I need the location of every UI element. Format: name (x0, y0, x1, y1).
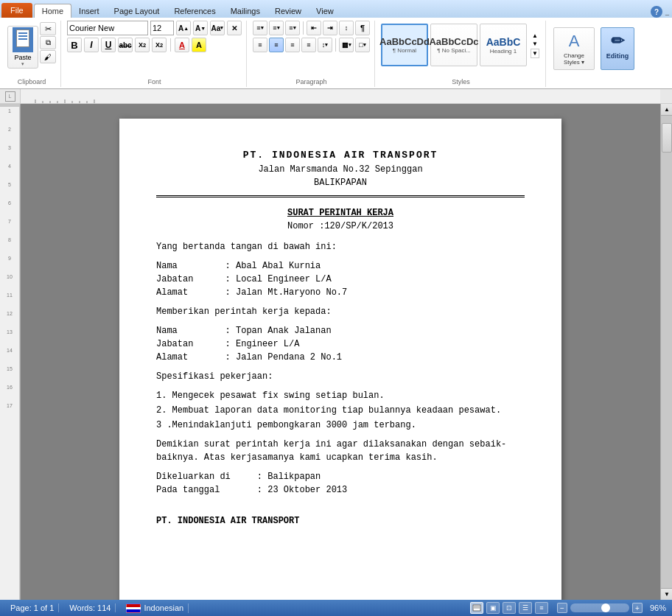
sort-button[interactable]: ↕ (339, 21, 354, 35)
align-right-button[interactable]: ≡ (285, 38, 300, 52)
language-flag-icon (126, 603, 141, 613)
spesifikasi-header: Spesifikasi pekerjaan: (156, 370, 525, 383)
bold-button[interactable]: B (67, 38, 82, 52)
minimize-icon[interactable]: _ (665, 8, 669, 15)
highlight-button[interactable]: A (192, 38, 206, 52)
font-name-input[interactable] (67, 21, 148, 35)
p2-jabatan: Jabatan : Engineer L/A (156, 337, 525, 351)
multilevel-button[interactable]: ≡▾ (285, 21, 300, 35)
editing-indicator: ✏ Editing (601, 27, 634, 70)
style-normal-label: ¶ Normal (393, 47, 416, 54)
person2-info: Nama : Topan Anak Jalanan Jabatan : Engi… (156, 324, 525, 364)
company-city: BALIKPAPAN (156, 176, 525, 189)
show-marks-button[interactable]: ¶ (355, 21, 370, 35)
cut-button[interactable]: ✂ (40, 22, 56, 35)
styles-arrow[interactable]: ▲ ▼ ▼ (529, 32, 541, 58)
tab-view[interactable]: View (309, 4, 341, 18)
full-screen-button[interactable]: ▣ (486, 602, 500, 614)
paste-button[interactable]: Paste ▾ (7, 26, 38, 69)
underline-button[interactable]: U (101, 38, 116, 52)
format-painter-button[interactable]: 🖌 (40, 50, 56, 63)
header-divider (156, 195, 525, 197)
web-view-button[interactable]: ⊡ (503, 602, 516, 614)
surat-section: SURAT PERINTAH KERJA Nomor :120/SP/K/201… (156, 206, 525, 233)
style-no-spacing-button[interactable]: AaBbCcDc ¶ No Spaci... (430, 24, 477, 66)
scrollbar-down-button[interactable]: ▼ (661, 588, 672, 600)
bullets-button[interactable]: ≡▾ (253, 21, 267, 35)
line-spacing-button[interactable]: ↕▾ (318, 38, 332, 52)
numbering-button[interactable]: ≡▾ (269, 21, 284, 35)
tab-file[interactable]: File (1, 3, 32, 18)
vertical-ruler: 1234567891011121314151617 (0, 104, 21, 600)
paragraph-group: ≡▾ ≡▾ ≡▾ ⇤ ⇥ ↕ ¶ ≡ ≡ ≡ ≡ ↕▾ ▦▾ □▾ Paragr… (248, 21, 375, 87)
surat-nomor: Nomor :120/SP/K/2013 (156, 220, 525, 233)
page-area: PT. INDONESIA AIR TRANSPORT Jalan Marsma… (21, 104, 660, 600)
scrollbar-up-button[interactable]: ▲ (661, 104, 672, 116)
ruler-area: L (0, 89, 672, 104)
clear-format-button[interactable]: ✕ (227, 21, 242, 35)
zoom-control: − + 96% (557, 603, 666, 613)
footer-section: PT. INDONESIA AIR TRANSPORT (156, 514, 525, 528)
style-no-spacing-label: ¶ No Spaci... (437, 47, 471, 54)
p1-alamat: Alamat : Jalan Mt.Haryono No.7 (156, 286, 525, 299)
p2-alamat: Alamat : Jalan Pendana 2 No.1 (156, 351, 525, 364)
justify-button[interactable]: ≡ (301, 38, 316, 52)
strikethrough-button[interactable]: abc (118, 38, 133, 52)
tab-review[interactable]: Review (267, 4, 309, 18)
tab-mailings[interactable]: Mailings (223, 4, 267, 18)
company-name: PT. INDONESIA AIR TRANSPORT (156, 148, 525, 163)
italic-button[interactable]: I (84, 38, 99, 52)
style-normal-button[interactable]: AaBbCcDd ¶ Normal (381, 24, 428, 66)
shading-button[interactable]: ▦▾ (339, 38, 354, 52)
words-status: Words: 114 (65, 603, 116, 612)
font-size-input[interactable] (150, 21, 174, 35)
increase-font-button[interactable]: A▲ (176, 21, 191, 35)
horizontal-ruler (21, 89, 660, 103)
increase-indent-button[interactable]: ⇥ (323, 21, 337, 35)
status-bar: Page: 1 of 1 Words: 114 Indonesian ▣ ⊡ ☰… (0, 600, 672, 616)
align-left-button[interactable]: ≡ (253, 38, 267, 52)
tab-home[interactable]: Home (34, 4, 71, 18)
tab-references[interactable]: References (167, 4, 223, 18)
demikian-para: Demikian surat perintah kerja ini agar d… (156, 438, 525, 464)
ruler-corner[interactable]: L (5, 91, 15, 102)
copy-button[interactable]: ⧉ (40, 36, 56, 49)
p1-jabatan: Jabatan : Local Engineer L/A (156, 273, 525, 286)
tanggal-row: Pada tanggal : 23 Oktober 2013 (156, 483, 525, 497)
help-icon[interactable]: ? (651, 6, 662, 18)
font-label: Font (63, 78, 246, 85)
font-group: A▲ A▼ Aa▾ ✕ B I U abc X2 X2 A A Font (63, 21, 247, 87)
sp2-item: 2. Membuat laporan data monitoring tiap … (156, 404, 525, 417)
right-group: A ChangeStyles ▾ ✏ Editing (547, 21, 640, 87)
styles-label: Styles (377, 78, 545, 85)
font-color-button[interactable]: A (175, 38, 189, 52)
decrease-indent-button[interactable]: ⇤ (307, 21, 321, 35)
sp3-item: 3 .Menindaklanjuti pembongkaran 3000 jam… (156, 419, 525, 432)
zoom-minus-button[interactable]: − (557, 603, 567, 613)
superscript-button[interactable]: X2 (152, 38, 167, 52)
scrollbar-thumb[interactable] (662, 123, 672, 153)
ruler-right (660, 89, 672, 103)
draft-view-button[interactable]: ≡ (535, 602, 548, 614)
outline-view-button[interactable]: ☰ (519, 602, 532, 614)
page-header: PT. INDONESIA AIR TRANSPORT Jalan Marsma… (156, 148, 525, 189)
editing-label: Editing (606, 52, 629, 60)
tab-page-layout[interactable]: Page Layout (107, 4, 167, 18)
zoom-slider[interactable] (570, 603, 629, 612)
clipboard-group: Paste ▾ ✂ ⧉ 🖌 Clipboard (3, 21, 61, 87)
zoom-plus-button[interactable]: + (632, 603, 643, 613)
print-view-button[interactable] (470, 602, 483, 614)
decrease-font-button[interactable]: A▼ (193, 21, 208, 35)
footer-company: PT. INDONESIA AIR TRANSPORT (156, 514, 525, 528)
change-case-button[interactable]: Aa▾ (210, 21, 225, 35)
tab-insert[interactable]: Insert (71, 4, 107, 18)
subscript-button[interactable]: X2 (135, 38, 150, 52)
zoom-thumb[interactable] (601, 603, 610, 612)
style-heading1-button[interactable]: AaBbC Heading 1 (480, 24, 527, 66)
sp1-item: 1. Mengecek pesawat fix swing setiap bul… (156, 389, 525, 402)
scrollbar-track (661, 116, 672, 588)
p2-nama: Nama : Topan Anak Jalanan (156, 324, 525, 337)
align-center-button[interactable]: ≡ (269, 38, 284, 52)
borders-button[interactable]: □▾ (355, 38, 370, 52)
change-styles-button[interactable]: A ChangeStyles ▾ (553, 27, 595, 70)
